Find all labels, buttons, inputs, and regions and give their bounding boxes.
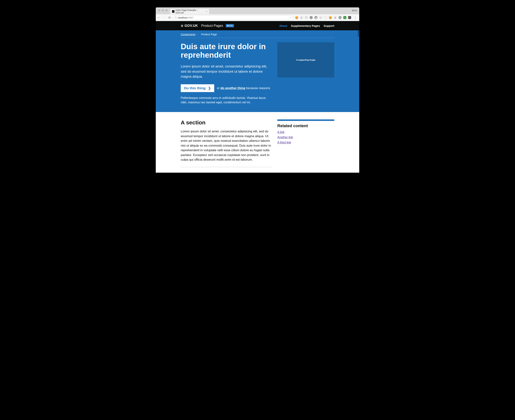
bookmark-star-icon[interactable]: ☆ [289,16,291,19]
extension-icon[interactable]: ▦ [315,16,317,19]
section-title: Another section [181,172,272,173]
product-name: Product Pages [201,24,223,28]
cta-alternative: or do another thing because reasons [217,86,270,90]
maximize-window-icon[interactable] [165,9,168,11]
extension-icon[interactable] [329,16,332,19]
site-header: ♔ GOV.UK Product Pages BETA About Supple… [156,21,359,30]
extension-icon[interactable]: C [310,16,313,19]
extension-icon[interactable] [295,16,298,19]
hero-lede: Lorem ipsum dolor sit amet, consectetur … [181,64,272,79]
govuk-logo[interactable]: ♔ GOV.UK [181,24,198,28]
related-link[interactable]: A third link [277,141,334,144]
reload-icon[interactable]: ⟳ [168,16,171,19]
url-host: localhost [178,16,187,19]
logo-text: GOV.UK [184,24,198,28]
header-nav: About Supplementary Pages Support [279,24,334,27]
nav-link-about[interactable]: About [279,24,287,27]
related-link[interactable]: A link [277,130,334,134]
breadcrumb-current: Product Page [201,33,217,36]
crown-icon: ♔ [181,24,184,28]
extension-icon[interactable]: ⊘ [300,16,303,19]
extension-icon[interactable]: W [338,16,341,19]
related-links: A link Another link A third link [277,130,334,144]
section-divider [181,167,272,167]
browser-window: ⁙ Index Page Example – GOV.UK × Work ← →… [156,8,359,173]
supporting-image: A supporting image [277,42,334,77]
profile-label[interactable]: Work [352,9,357,12]
tab-title: Index Page Example – GOV.UK [176,9,204,14]
address-bar: ← → ⟳ ⓘ localhost:4567 ☆ ⊘ ⓘ C ▦ ♕ ✿ W ✓… [156,14,359,21]
nav-link-supplementary[interactable]: Supplementary Pages [291,24,320,27]
forward-icon: → [163,16,166,19]
tab-close-icon[interactable]: × [206,10,207,13]
url-port: :4567 [187,16,193,19]
close-window-icon[interactable] [158,9,160,11]
cta-alt-link[interactable]: do another thing [221,86,245,90]
favicon-icon: ⁙ [172,10,174,13]
browser-menu-icon[interactable]: ⋮ [353,15,358,20]
section-title: A section [181,120,272,126]
url-input[interactable]: ⓘ localhost:4567 ☆ [173,15,293,20]
hero-subtext: Pellentesque commodo arcu in sollicitudi… [181,96,272,105]
extension-icon[interactable]: ⓘ [305,16,308,19]
hero-section: Components 〉 Product Page Duis aute irur… [156,30,359,112]
nav-link-support[interactable]: Support [324,24,334,27]
related-accent-strip [277,120,334,121]
breadcrumb-parent[interactable]: Components [181,33,195,36]
back-icon[interactable]: ← [157,16,160,19]
tab-strip: ⁙ Index Page Example – GOV.UK × Work [156,8,359,14]
phase-tag: BETA [226,24,234,27]
breadcrumb: Components 〉 Product Page [181,33,334,38]
minimize-window-icon[interactable] [162,9,164,11]
image-caption: A supporting image [296,59,315,61]
main-content: A section Lorem ipsum dolor sit amet, co… [156,112,359,173]
related-link[interactable]: Another link [277,136,334,139]
extension-icon[interactable]: ◉ [348,16,351,19]
window-controls [158,9,168,11]
page-title: Duis aute irure dolor in reprehenderit [181,42,272,59]
extension-icon[interactable]: ✿ [334,16,337,19]
scrollbar-thumb[interactable] [358,30,359,37]
extension-icon[interactable]: ♕ [319,16,322,19]
cta-label: Do this thing [184,86,206,90]
site-info-icon[interactable]: ⓘ [175,16,177,19]
primary-cta-button[interactable]: Do this thing ❯ [181,84,214,92]
extension-icon[interactable] [324,16,327,19]
extension-icons: ⊘ ⓘ C ▦ ♕ ✿ W ✓ ◉ [295,16,351,19]
extension-icon[interactable]: ✓ [343,16,346,19]
chevron-right-icon: 〉 [197,33,199,36]
browser-tab[interactable]: ⁙ Index Page Example – GOV.UK × [170,9,209,14]
section-body: Lorem ipsum dolor sit amet, consectetur … [181,129,272,162]
arrow-right-icon: ❯ [208,86,211,90]
related-title: Related content [277,123,334,128]
viewport: ♔ GOV.UK Product Pages BETA About Supple… [156,21,359,173]
